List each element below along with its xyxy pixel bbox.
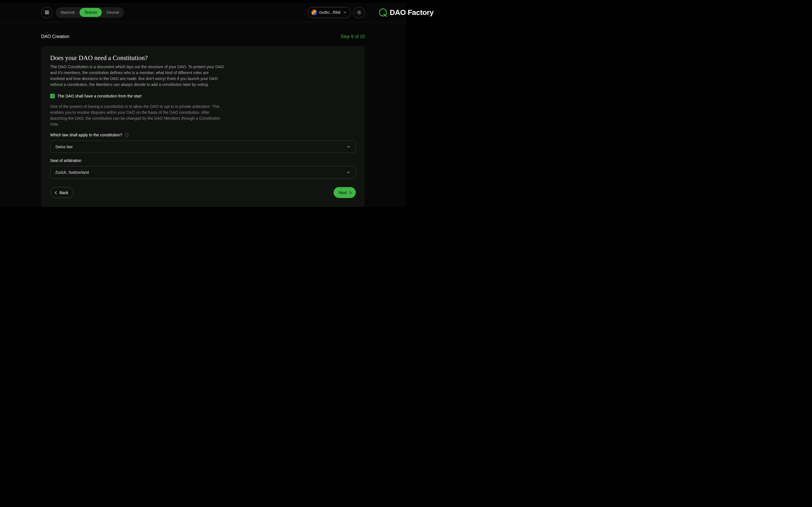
logo-text: DAO Factory: [390, 8, 406, 17]
next-button[interactable]: Next: [334, 187, 356, 198]
info-icon[interactable]: [124, 133, 129, 137]
law-value: Swiss law: [55, 145, 72, 149]
logo[interactable]: DAO Factory: [378, 8, 406, 17]
constitution-card: Does your DAO need a Constitution? The D…: [41, 46, 365, 207]
wallet-address: 0xd6c...f5b6: [319, 10, 341, 15]
law-select[interactable]: Swiss law: [50, 140, 356, 153]
info-text: One of the powers of having a constituti…: [50, 104, 225, 127]
network-item-testnet[interactable]: Testnet: [80, 8, 102, 17]
back-button[interactable]: Back: [50, 187, 73, 198]
svg-rect-5: [126, 135, 127, 136]
step-indicator: Step 9 of 10: [341, 34, 365, 39]
svg-point-2: [358, 12, 360, 13]
intro-text: The DAO Constitution is a document which…: [50, 64, 224, 88]
chevron-down-icon: [346, 145, 351, 149]
checkbox-box: [50, 94, 55, 98]
checkbox-constitution[interactable]: The DAO shall have a constitution from t…: [50, 94, 356, 98]
arbitration-value: Zurich, Switzerland: [55, 170, 89, 175]
menu-button[interactable]: [41, 7, 53, 18]
arbitration-label: Seat of arbitration: [50, 158, 356, 163]
chevron-down-icon: [343, 10, 347, 14]
svg-point-4: [126, 134, 127, 134]
chevron-left-icon: [53, 190, 58, 195]
card-heading: Does your DAO need a Constitution?: [50, 54, 356, 62]
settings-button[interactable]: [353, 7, 365, 18]
check-icon: [51, 95, 54, 98]
chevron-down-icon: [346, 170, 351, 175]
wallet-avatar-icon: [311, 10, 317, 15]
chevron-right-icon: [348, 190, 353, 195]
page-title: DAO Creation: [41, 34, 69, 39]
next-label: Next: [339, 190, 347, 195]
checkbox-label: The DAO shall have a constitution from t…: [57, 94, 142, 98]
law-label: Which law shall apply to the constitutio…: [50, 133, 356, 137]
network-item-mainnet[interactable]: Mainnet: [56, 8, 80, 17]
gear-icon: [357, 10, 362, 15]
q-logo-icon: [378, 8, 388, 17]
hamburger-icon: [45, 11, 49, 14]
arbitration-select[interactable]: Zurich, Switzerland: [50, 166, 356, 179]
back-label: Back: [59, 190, 68, 195]
wallet-button[interactable]: 0xd6c...f5b6: [308, 7, 351, 18]
network-switcher: Mainnet Testnet Devnet: [56, 7, 124, 18]
network-item-devnet[interactable]: Devnet: [102, 8, 124, 17]
